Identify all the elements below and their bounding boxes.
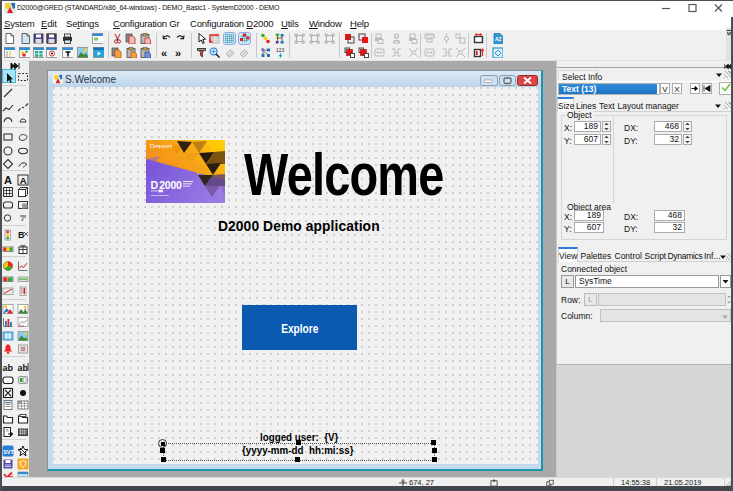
svg-text:SVT: SVT <box>3 449 14 455</box>
svg-text:D: D <box>151 179 159 191</box>
svg-text:ab: ab <box>18 363 29 373</box>
svg-text:123: 123 <box>276 47 285 53</box>
svg-text:B: B <box>18 230 25 240</box>
svg-text:ab: ab <box>3 363 14 373</box>
svg-text:AZ: AZ <box>495 36 502 42</box>
svg-text:«: « <box>161 47 167 58</box>
svg-text:2000: 2000 <box>159 179 182 191</box>
svg-text:bar: bar <box>19 324 25 328</box>
svg-text:IPESOFT: IPESOFT <box>154 145 173 149</box>
svg-text:»: » <box>175 47 181 58</box>
